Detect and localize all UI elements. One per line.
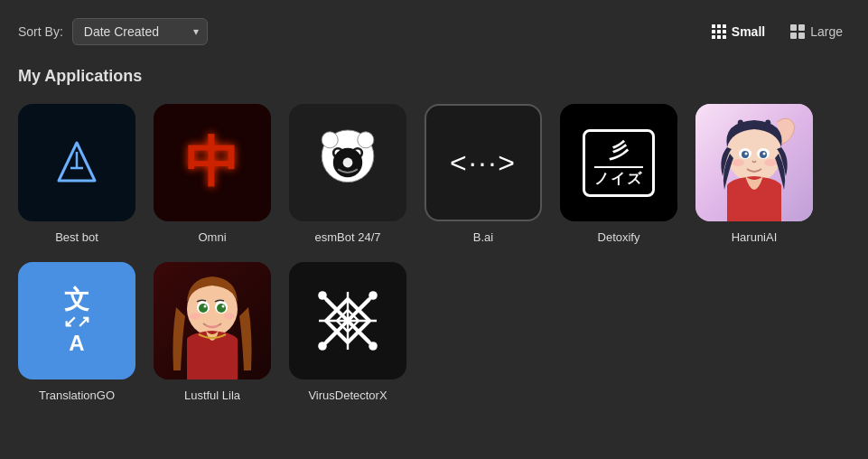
large-grid-icon [790,24,805,39]
app-name-translationgo: TranslationGO [39,389,115,402]
svg-point-28 [204,305,207,308]
trans-chinese-char-icon: 文 [64,287,89,313]
lustful-anime-icon [154,262,271,379]
trans-latin-char-icon: A [69,333,84,354]
section-heading: My Applications [18,67,850,86]
app-icon-lustful [154,262,271,379]
detoxify-logo-icon: 彡 ノイズ [583,129,655,197]
detoxify-divider [594,166,643,168]
view-large-button[interactable]: Large [783,21,850,42]
apps-grid: Best bot 中 Omni [18,104,850,402]
svg-point-26 [199,304,208,313]
detoxify-katakana-icon: ノイズ [594,170,643,189]
toolbar: Sort By: Date Created Name Date Modified… [18,18,850,45]
small-grid-icon [712,24,726,39]
app-name-omni: Omni [198,230,226,244]
app-name-esmbot: esmBot 24/7 [315,230,381,244]
app-icon-translationgo: 文 ↙↗ A [18,262,135,379]
svg-point-36 [369,342,378,351]
svg-point-21 [764,159,777,166]
sort-label: Sort By: [18,24,63,39]
app-item-virusdetector[interactable]: VirusDetectorX [289,262,406,402]
omni-kanji-icon: 中 [185,126,239,200]
app-item-esmbot[interactable]: esmBot 24/7 [289,104,406,244]
app-name-detoxify: Detoxify [598,230,640,244]
app-name-bai: B.ai [473,230,493,244]
svg-point-20 [732,159,744,166]
app-item-lustful[interactable]: Lustful Lila [154,262,271,402]
app-icon-detoxify: 彡 ノイズ [560,104,677,221]
app-item-translationgo[interactable]: 文 ↙↗ A TranslationGO [18,262,135,402]
app-icon-bai: <···> [425,104,542,221]
app-item-detoxify[interactable]: 彡 ノイズ Detoxify [560,104,677,244]
svg-point-11 [343,158,353,168]
app-item-omni[interactable]: 中 Omni [154,104,271,244]
svg-point-29 [222,305,225,308]
svg-point-18 [745,153,748,155]
app-name-haruniai: HaruniAI [732,230,778,244]
app-icon-haruniai [695,104,813,221]
app-name-lustful: Lustful Lila [184,389,240,402]
haruniai-anime-icon [695,104,813,221]
svg-point-5 [358,132,374,148]
app-item-bestbot[interactable]: Best bot [18,104,135,244]
sort-area: Sort By: Date Created Name Date Modified [18,18,208,45]
app-icon-esmbot [289,104,406,221]
svg-point-33 [318,291,327,300]
app-name-virusdetector: VirusDetectorX [308,389,387,402]
esmbot-ghost-icon [307,122,388,203]
svg-point-35 [318,342,327,351]
view-toggles: Small Large [705,21,850,42]
sort-select-wrapper: Date Created Name Date Modified [72,18,208,45]
svg-point-27 [217,304,226,313]
detoxify-kanji-icon: 彡 [609,137,629,164]
svg-point-34 [369,291,378,300]
view-small-label: Small [732,24,765,39]
trans-arrows-icon: ↙↗ [63,313,90,333]
app-icon-virusdetector [289,262,406,379]
app-icon-omni: 中 [154,104,271,221]
translationgo-logo-icon: 文 ↙↗ A [63,287,90,354]
sort-dropdown[interactable]: Date Created Name Date Modified [72,18,208,45]
bai-arrow-icon: <···> [450,146,517,180]
view-small-button[interactable]: Small [705,21,772,42]
svg-point-31 [224,314,235,320]
app-name-bestbot: Best bot [55,230,98,244]
svg-point-30 [190,314,201,320]
app-item-bai[interactable]: <···> B.ai [425,104,542,244]
svg-point-19 [763,153,766,155]
view-large-label: Large [810,24,843,39]
svg-point-4 [322,132,338,148]
app-item-haruniai[interactable]: HaruniAI [695,104,813,244]
app-icon-bestbot [18,104,135,221]
bestbot-logo-icon [50,136,104,190]
virusdetector-x-icon [312,285,384,357]
